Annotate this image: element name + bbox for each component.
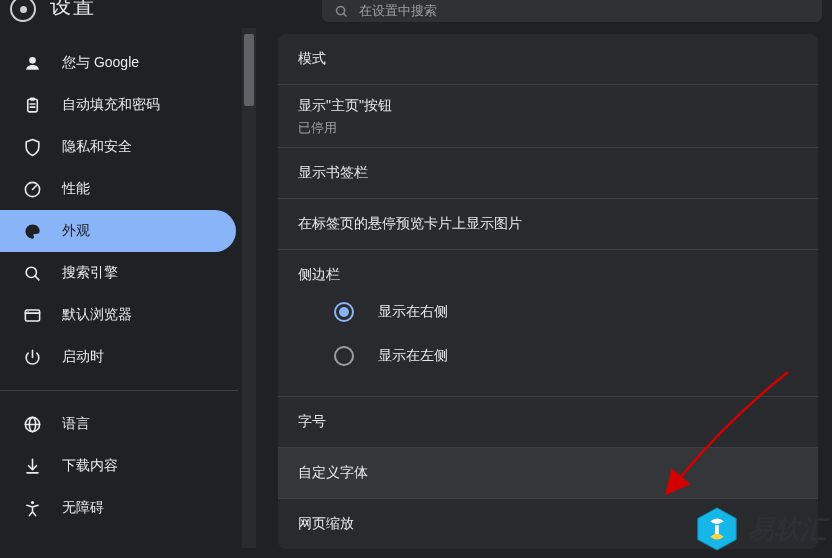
power-icon [22,348,42,367]
radio-row-left[interactable]: 显示在左侧 [334,334,798,378]
row-home-button-label: 显示"主页"按钮 [298,97,798,115]
radio-right-label: 显示在右侧 [378,303,448,321]
svg-point-2 [29,57,36,64]
sidebar-item-label: 下载内容 [62,457,118,475]
chrome-logo-icon [10,0,36,22]
svg-point-0 [337,6,345,14]
row-font-size[interactable]: 字号 [278,397,818,448]
svg-line-1 [344,13,347,16]
sidebar-item-label: 语言 [62,415,90,433]
radio-icon [334,302,354,322]
clipboard-icon [22,96,42,115]
radio-row-right[interactable]: 显示在右侧 [334,290,798,334]
sidebar-divider [0,390,238,391]
sidebar-item-label: 无障碍 [62,499,104,517]
row-hover-preview[interactable]: 在标签页的悬停预览卡片上显示图片 [278,199,818,250]
sidebar-item-label: 您与 Google [62,54,139,72]
row-side-panel: 侧边栏 显示在右侧 显示在左侧 [278,250,818,397]
sidebar-item-download[interactable]: 下载内容 [0,445,236,487]
browser-icon [22,306,42,325]
row-custom-font-label: 自定义字体 [298,464,368,480]
search-icon [22,264,42,283]
sidebar-item-shield[interactable]: 隐私和安全 [0,126,236,168]
watermark-icon [694,506,740,552]
globe-icon [22,415,42,434]
watermark-text: 易软汇 [748,512,826,547]
row-font-size-label: 字号 [298,413,326,429]
sidebar-item-palette[interactable]: 外观 [0,210,236,252]
scrollbar-thumb[interactable] [244,34,254,106]
row-page-zoom-label: 网页缩放 [298,515,354,531]
radio-icon [334,346,354,366]
sidebar-item-label: 默认浏览器 [62,306,132,324]
svg-rect-3 [27,99,37,112]
appearance-card: 模式 显示"主页"按钮 已停用 显示书签栏 在标签页的悬停预览卡片上显示图片 侧… [278,34,818,549]
sidebar-item-label: 启动时 [62,348,104,366]
sidebar-item-search[interactable]: 搜索引擎 [0,252,236,294]
gauge-icon [22,180,42,199]
sidebar-item-label: 性能 [62,180,90,198]
palette-icon [22,222,42,241]
svg-point-11 [35,229,37,231]
sidebar-item-label: 自动填充和密码 [62,96,160,114]
settings-main: 模式 显示"主页"按钮 已停用 显示书签栏 在标签页的悬停预览卡片上显示图片 侧… [256,28,832,558]
sidebar-item-person[interactable]: 您与 Google [0,42,236,84]
person-icon [22,54,42,73]
row-bookmarks-bar-label: 显示书签栏 [298,164,368,180]
accessibility-icon [22,499,42,518]
svg-point-16 [27,310,28,311]
row-custom-font[interactable]: 自定义字体 [278,448,818,499]
shield-icon [22,138,42,157]
search-icon [334,4,349,19]
sidebar-item-clipboard[interactable]: 自动填充和密码 [0,84,236,126]
watermark: 易软汇 [694,506,826,552]
svg-point-9 [29,226,31,228]
settings-sidebar: 您与 Google自动填充和密码隐私和安全性能外观搜索引擎默认浏览器启动时 语言… [0,28,256,558]
sidebar-item-power[interactable]: 启动时 [0,336,236,378]
row-bookmarks-bar[interactable]: 显示书签栏 [278,148,818,199]
sidebar-scrollbar[interactable] [242,28,256,548]
svg-rect-25 [715,525,719,535]
row-side-panel-label: 侧边栏 [298,266,798,284]
sidebar-item-browser[interactable]: 默认浏览器 [0,294,236,336]
row-home-button[interactable]: 显示"主页"按钮 已停用 [278,85,818,148]
search-placeholder: 在设置中搜索 [359,2,437,20]
sidebar-item-gauge[interactable]: 性能 [0,168,236,210]
row-hover-preview-label: 在标签页的悬停预览卡片上显示图片 [298,215,522,231]
download-icon [22,457,42,476]
svg-point-21 [30,500,33,503]
page-title: 设置 [50,0,96,20]
row-home-button-status: 已停用 [298,119,798,137]
sidebar-item-label: 隐私和安全 [62,138,132,156]
sidebar-item-label: 外观 [62,222,90,240]
svg-rect-14 [25,309,39,320]
radio-left-label: 显示在左侧 [378,347,448,365]
sidebar-item-globe[interactable]: 语言 [0,403,236,445]
row-mode[interactable]: 模式 [278,34,818,85]
sidebar-item-accessibility[interactable]: 无障碍 [0,487,236,529]
svg-rect-4 [30,97,35,100]
row-mode-label: 模式 [298,50,326,66]
svg-line-13 [35,276,39,280]
svg-point-8 [27,228,29,230]
sidebar-item-label: 搜索引擎 [62,264,118,282]
svg-point-10 [33,226,35,228]
settings-search-input[interactable]: 在设置中搜索 [322,0,822,22]
